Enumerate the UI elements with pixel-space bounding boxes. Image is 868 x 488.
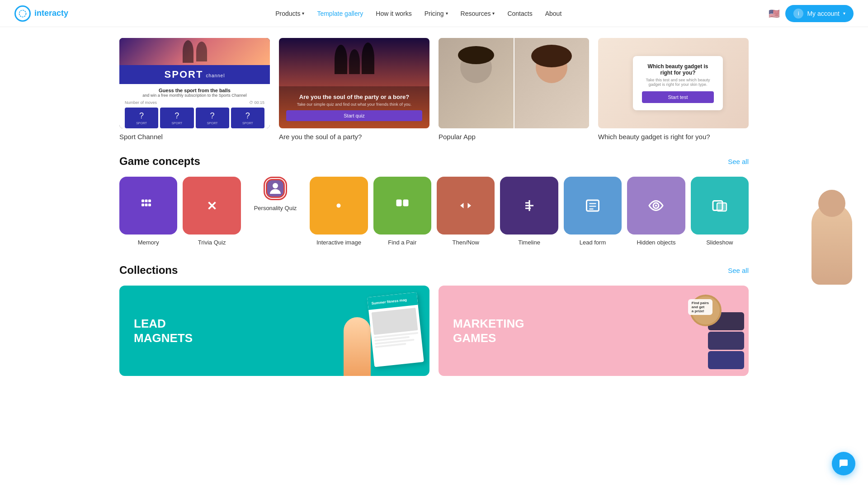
template-party-label: Are you the soul of a party? xyxy=(279,133,429,141)
chevron-down-icon: ▾ xyxy=(302,11,304,16)
sport-card-preview: SPORT channel Guess the sport from the b… xyxy=(119,38,270,128)
template-card-popular[interactable]: Popular App xyxy=(439,38,589,141)
collections-grid: LEAD MAGNETS Summer fitness mag xyxy=(119,286,749,376)
concept-trivia[interactable]: Trivia Quiz xyxy=(183,177,241,246)
nav-about[interactable]: About xyxy=(545,10,562,17)
memory-icon xyxy=(119,177,177,235)
svg-point-0 xyxy=(19,10,26,17)
svg-rect-28 xyxy=(717,203,726,211)
logo[interactable]: interacty xyxy=(14,5,68,22)
nav-contacts[interactable]: Contacts xyxy=(507,10,532,17)
chevron-down-icon: ▾ xyxy=(492,11,495,16)
sport-banner: SPORT channel xyxy=(119,65,270,84)
concept-hidden-objects[interactable]: Hidden objects xyxy=(627,177,685,246)
slideshow-icon xyxy=(691,177,749,235)
hidden-objects-icon xyxy=(627,177,685,235)
svg-rect-2 xyxy=(145,200,148,202)
collection-lead-magnets[interactable]: LEAD MAGNETS Summer fitness mag xyxy=(119,286,429,376)
sport-quiz-body: Guess the sport from the balls and win a… xyxy=(119,84,270,128)
svg-rect-16 xyxy=(403,200,408,206)
svg-rect-6 xyxy=(148,204,151,206)
template-sport-label: Sport Channel xyxy=(119,133,270,141)
svg-rect-5 xyxy=(145,204,148,206)
concept-find-pair[interactable]: Find a Pair xyxy=(373,177,431,246)
collections-see-all[interactable]: See all xyxy=(728,267,749,274)
collections-title: Collections xyxy=(119,264,178,277)
svg-point-10 xyxy=(337,204,341,208)
svg-point-9 xyxy=(273,183,278,188)
nav-how-it-works[interactable]: How it works xyxy=(376,10,411,17)
concept-personality[interactable]: Personality Quiz xyxy=(246,177,304,246)
lead-decoration: Summer fitness mag xyxy=(259,286,429,376)
concept-interactive-image[interactable]: Interactive image xyxy=(310,177,368,246)
svg-rect-15 xyxy=(396,200,401,206)
chevron-down-icon: ▾ xyxy=(446,11,448,16)
account-icon: i xyxy=(793,9,803,19)
game-concepts-see-all[interactable]: See all xyxy=(728,158,749,165)
popular-card-preview xyxy=(439,38,589,128)
trivia-icon xyxy=(183,177,241,235)
template-card-party[interactable]: Are you the soul of the party or a bore?… xyxy=(279,38,429,141)
concept-timeline[interactable]: Timeline xyxy=(500,177,558,246)
game-concepts-title: Game concepts xyxy=(119,155,200,168)
nav-right: 🇺🇸 i My account ▾ xyxy=(769,5,854,22)
template-card-beauty[interactable]: Which beauty gadget is right for you? Ta… xyxy=(598,38,749,141)
party-card-preview: Are you the soul of the party or a bore?… xyxy=(279,38,429,128)
nav-links: Products ▾ Template gallery How it works… xyxy=(275,10,561,17)
game-concepts-header: Game concepts See all xyxy=(119,155,749,168)
concept-slideshow[interactable]: Slideshow xyxy=(691,177,749,246)
nav-products[interactable]: Products ▾ xyxy=(275,10,304,17)
concept-memory[interactable]: Memory xyxy=(119,177,177,246)
beauty-start-btn[interactable]: Start test xyxy=(642,91,714,103)
sport-options: ?SPORT ?SPORT ?SPORT ?SPORT xyxy=(125,108,264,128)
my-account-button[interactable]: i My account ▾ xyxy=(785,5,854,22)
find-pair-icon xyxy=(373,177,431,235)
personality-icon xyxy=(266,179,285,198)
template-beauty-label: Which beauty gadget is right for you? xyxy=(598,133,749,141)
svg-rect-4 xyxy=(142,204,144,206)
logo-icon xyxy=(14,5,31,22)
svg-rect-1 xyxy=(142,200,144,202)
concept-then-now[interactable]: Then/Now xyxy=(437,177,495,246)
svg-rect-3 xyxy=(148,200,151,202)
concept-lead-form[interactable]: Lead form xyxy=(564,177,622,246)
template-cards-row: SPORT channel Guess the sport from the b… xyxy=(119,27,749,155)
svg-point-26 xyxy=(655,205,657,207)
timeline-icon xyxy=(500,177,558,235)
beauty-card-preview: Which beauty gadget is right for you? Ta… xyxy=(598,38,749,128)
collection-marketing-games[interactable]: MARKETING GAMES Find pairsand geta prize… xyxy=(439,286,749,376)
concepts-grid: Memory Trivia Quiz Personality Quiz Inte… xyxy=(119,177,749,246)
marketing-decoration: Find pairsand geta prize! xyxy=(578,286,749,376)
collections-header: Collections See all xyxy=(119,264,749,277)
then-now-icon xyxy=(437,177,495,235)
lead-form-icon xyxy=(564,177,622,235)
party-overlay: Are you the soul of the party or a bore?… xyxy=(279,86,429,128)
nav-pricing[interactable]: Pricing ▾ xyxy=(425,10,448,17)
logo-text: interacty xyxy=(34,9,68,18)
nav-resources[interactable]: Resources ▾ xyxy=(461,10,495,17)
language-flag[interactable]: 🇺🇸 xyxy=(769,8,780,19)
template-popular-label: Popular App xyxy=(439,133,589,141)
navigation: interacty Products ▾ Template gallery Ho… xyxy=(0,0,868,27)
template-card-sport[interactable]: SPORT channel Guess the sport from the b… xyxy=(119,38,270,141)
chevron-down-icon: ▾ xyxy=(843,11,845,16)
interactive-image-icon xyxy=(310,177,368,235)
party-start-btn[interactable]: Start quiz xyxy=(286,110,422,121)
nav-template-gallery[interactable]: Template gallery xyxy=(317,10,363,17)
